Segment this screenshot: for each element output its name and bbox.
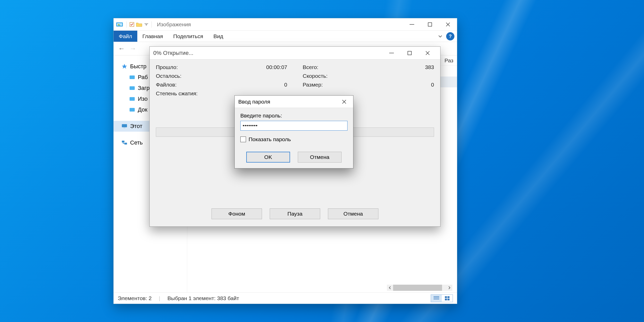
svg-rect-4 (145, 23, 148, 24)
minimize-button[interactable] (403, 18, 421, 30)
ribbon-tab-view[interactable]: Вид (208, 31, 228, 42)
qat-folder-icon[interactable] (135, 21, 143, 28)
value-total: 383 (383, 64, 434, 70)
svg-rect-7 (130, 75, 135, 79)
view-toggle (431, 294, 453, 302)
svg-rect-8 (130, 86, 135, 90)
status-item-count: Элементов: 2 (118, 295, 152, 301)
ok-button[interactable]: OK (246, 152, 290, 163)
status-selection: Выбран 1 элемент: 383 байт (167, 295, 239, 301)
password-titlebar: Ввод пароля (235, 96, 353, 108)
sidebar-label: Док (138, 106, 147, 113)
pictures-library-icon (116, 22, 123, 27)
svg-rect-18 (445, 296, 447, 298)
progress-footer: Фоном Пауза Отмена (150, 202, 440, 226)
label-total: Всего: (303, 64, 383, 70)
svg-rect-17 (434, 299, 439, 299)
svg-rect-21 (447, 299, 450, 300)
value-files: 0 (236, 82, 287, 88)
svg-rect-10 (130, 108, 135, 112)
sidebar-label: Раб (138, 74, 148, 81)
window-controls (403, 18, 457, 30)
scroll-thumb[interactable] (393, 285, 442, 291)
label-elapsed: Прошло: (156, 64, 236, 70)
column-size[interactable]: Раз (441, 57, 457, 64)
background-button[interactable]: Фоном (211, 208, 262, 219)
titlebar-separator (126, 21, 127, 28)
label-size: Размер: (303, 82, 383, 88)
nav-back-button[interactable]: ← (117, 44, 126, 53)
svg-rect-20 (445, 299, 447, 300)
folder-icon (129, 107, 135, 113)
qat-dropdown-icon[interactable] (143, 21, 150, 28)
close-button[interactable] (419, 47, 437, 59)
show-password-label: Показать пароль (249, 136, 291, 142)
svg-rect-16 (434, 298, 439, 298)
cancel-button[interactable]: Отмена (328, 208, 378, 219)
svg-rect-9 (130, 97, 135, 101)
password-input[interactable] (240, 121, 348, 131)
progress-titlebar: 0% Открытие... (150, 47, 440, 60)
svg-rect-12 (123, 128, 125, 128)
nav-forward-button[interactable]: → (129, 44, 137, 53)
help-button[interactable]: ? (446, 32, 454, 40)
horizontal-scrollbar[interactable] (387, 285, 452, 291)
maximize-button[interactable] (401, 47, 419, 59)
sidebar-label: Загр (138, 85, 150, 91)
progress-window-controls (383, 47, 437, 59)
svg-rect-15 (434, 296, 439, 297)
value-elapsed: 00:00:07 (236, 64, 287, 70)
password-dialog: Ввод пароля Введите пароль: Показать пар… (234, 95, 353, 168)
window-title: Изображения (157, 21, 191, 28)
ribbon-tab-file[interactable]: Файл (114, 31, 137, 42)
label-files: Файлов: (156, 82, 236, 88)
svg-rect-22 (389, 53, 394, 53)
titlebar-separator (151, 21, 152, 28)
sidebar-label: Сеть (130, 139, 143, 146)
value-remaining (236, 73, 287, 79)
svg-rect-13 (122, 141, 124, 142)
pc-icon (121, 123, 128, 129)
explorer-titlebar: Изображения (114, 18, 457, 31)
svg-rect-19 (447, 296, 450, 298)
ribbon-tab-share[interactable]: Поделиться (168, 31, 208, 42)
sidebar-label: Этот (130, 123, 142, 130)
label-speed: Скорость: (303, 73, 383, 79)
ribbon-collapse-icon[interactable] (436, 31, 445, 42)
password-title: Ввод пароля (238, 99, 270, 105)
pause-button[interactable]: Пауза (270, 208, 320, 219)
folder-icon (129, 74, 135, 80)
label-ratio: Степень сжатия: (156, 90, 236, 97)
view-details-button[interactable] (431, 295, 442, 302)
close-button[interactable] (439, 18, 457, 30)
ribbon-tab-home[interactable]: Главная (137, 31, 168, 42)
scroll-right-icon[interactable] (446, 285, 452, 291)
view-large-icons-button[interactable] (442, 295, 453, 302)
scroll-track[interactable] (393, 285, 446, 291)
ribbon: Файл Главная Поделиться Вид ? (114, 31, 457, 42)
label-remaining: Осталось: (156, 73, 236, 79)
qat-properties-icon[interactable] (128, 21, 135, 28)
folder-icon (129, 85, 135, 91)
sidebar-label: Быстр (130, 63, 147, 70)
svg-rect-5 (410, 24, 414, 25)
password-label: Введите пароль: (240, 113, 348, 119)
network-icon (121, 140, 128, 146)
svg-rect-6 (428, 23, 432, 26)
show-password-checkbox[interactable] (240, 137, 246, 142)
status-bar: Элементов: 2 | Выбран 1 элемент: 383 бай… (114, 292, 457, 304)
sidebar-label: Изо (138, 96, 148, 102)
maximize-button[interactable] (421, 18, 439, 30)
value-size: 0 (383, 82, 434, 88)
close-button[interactable] (339, 99, 350, 104)
cancel-button[interactable]: Отмена (298, 152, 342, 163)
progress-title: 0% Открытие... (153, 50, 193, 56)
scroll-left-icon[interactable] (387, 285, 393, 291)
star-icon (121, 64, 128, 69)
folder-icon (129, 96, 135, 102)
value-speed (383, 73, 434, 79)
svg-rect-11 (122, 124, 127, 127)
minimize-button[interactable] (383, 47, 401, 59)
svg-rect-23 (408, 51, 411, 55)
